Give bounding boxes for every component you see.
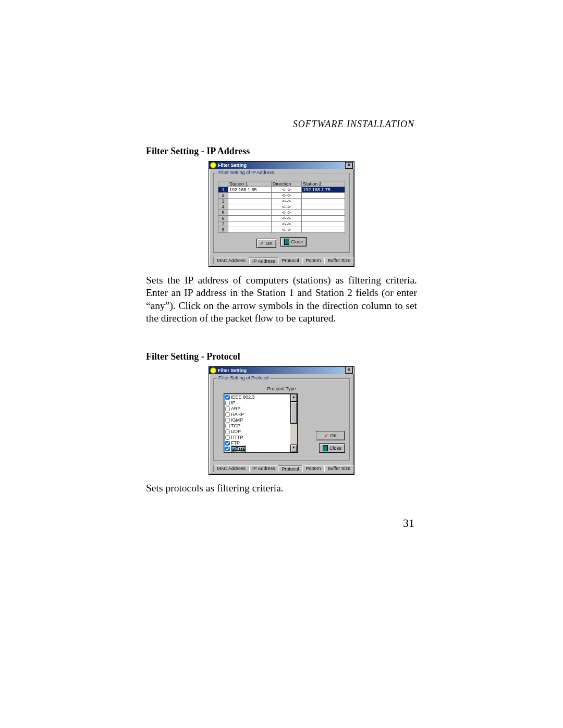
direction-cell[interactable]: <-->: [271, 187, 301, 193]
direction-cell[interactable]: <-->: [271, 210, 301, 216]
list-item[interactable]: SMTP: [225, 446, 297, 452]
station1-cell[interactable]: [228, 193, 272, 199]
tab-protocol[interactable]: Protocol: [278, 465, 302, 473]
protocol-label: FTP: [231, 440, 240, 446]
protocol-checkbox[interactable]: [225, 435, 230, 440]
protocol-label: DNS: [231, 452, 241, 453]
station1-cell[interactable]: [228, 199, 272, 204]
direction-cell[interactable]: <-->: [271, 216, 301, 221]
ip-col-station2: Station 2: [302, 181, 345, 187]
row-number: 8: [218, 227, 228, 233]
scroll-up-icon[interactable]: ▲: [290, 394, 297, 402]
protocol-filter-dialog: Filter Setting ✕ Filter Setting of Proto…: [209, 366, 354, 475]
station2-cell[interactable]: [302, 216, 345, 221]
protocol-checkbox[interactable]: [225, 447, 230, 451]
ip-dialog-titlebar[interactable]: Filter Setting ✕: [209, 162, 354, 169]
list-item[interactable]: RARP: [225, 412, 297, 417]
ip-col-direction: Direction: [271, 181, 301, 187]
protocol-label: IGMP: [231, 417, 243, 423]
tab-mac-address[interactable]: MAC Address: [213, 465, 249, 472]
protocol-label: UDP: [231, 429, 241, 434]
station2-cell[interactable]: [302, 210, 345, 216]
protocol-checkbox[interactable]: [225, 406, 230, 411]
protocol-listbox[interactable]: IEEE 802.3IPARPRARPIGMPTCPUDPHTTPFTPSMTP…: [224, 393, 298, 453]
station2-cell[interactable]: [302, 199, 345, 204]
station1-cell[interactable]: 192.168.1.85: [228, 187, 272, 193]
protocol-checkbox[interactable]: [225, 401, 230, 405]
direction-cell[interactable]: <-->: [271, 199, 301, 204]
table-row[interactable]: 7<-->: [218, 221, 345, 227]
tab-pattern[interactable]: Pattern: [302, 465, 324, 472]
protocol-checkbox[interactable]: [225, 418, 230, 423]
direction-cell[interactable]: <-->: [271, 227, 301, 233]
list-item[interactable]: DNS: [225, 452, 297, 453]
proto-dialog-title: Filter Setting: [218, 368, 247, 373]
proto-ok-button[interactable]: ✓OK: [316, 431, 345, 440]
station2-cell[interactable]: [302, 204, 345, 210]
table-row[interactable]: 4<-->: [218, 204, 345, 210]
table-row[interactable]: 5<-->: [218, 210, 345, 216]
list-item[interactable]: HTTP: [225, 435, 297, 440]
table-row[interactable]: 8<-->: [218, 227, 345, 233]
station2-cell[interactable]: [302, 227, 345, 233]
tab-ip-address[interactable]: IP Address: [249, 257, 278, 265]
station1-cell[interactable]: [228, 227, 272, 233]
close-icon[interactable]: ✕: [345, 367, 353, 374]
proto-dialog-titlebar[interactable]: Filter Setting ✕: [209, 367, 354, 374]
station1-cell[interactable]: [228, 216, 272, 221]
table-row[interactable]: 2<-->: [218, 193, 345, 199]
protocol-checkbox[interactable]: [225, 395, 230, 400]
station2-cell[interactable]: [302, 221, 345, 227]
protocol-checkbox[interactable]: [225, 452, 230, 453]
close-icon[interactable]: ✕: [345, 162, 353, 169]
protocol-checkbox[interactable]: [225, 441, 230, 446]
row-number: 7: [218, 221, 228, 227]
tab-mac-address[interactable]: MAC Address: [213, 257, 249, 264]
proto-close-button[interactable]: Close: [319, 443, 345, 453]
row-number: 1: [218, 187, 228, 193]
protocol-label: SMTP: [231, 446, 246, 452]
station1-cell[interactable]: [228, 210, 272, 216]
ip-group: Filter Setting of IP Address Station 1 D…: [213, 173, 350, 253]
direction-cell[interactable]: <-->: [271, 204, 301, 210]
protocol-checkbox[interactable]: [225, 424, 230, 428]
list-item[interactable]: UDP: [225, 429, 297, 435]
table-row[interactable]: 3<-->: [218, 199, 345, 204]
row-number: 6: [218, 216, 228, 221]
list-item[interactable]: IEEE 802.3: [225, 394, 297, 400]
list-item[interactable]: IP: [225, 400, 297, 406]
scroll-thumb[interactable]: [290, 402, 297, 424]
list-item[interactable]: TCP: [225, 423, 297, 429]
row-number: 3: [218, 199, 228, 204]
ip-close-button[interactable]: Close: [280, 237, 307, 246]
sun-icon: [210, 162, 216, 168]
ip-ok-button[interactable]: ✓OK: [256, 239, 276, 248]
scroll-down-icon[interactable]: ▼: [290, 445, 297, 452]
list-item[interactable]: IGMP: [225, 417, 297, 423]
direction-cell[interactable]: <-->: [271, 193, 301, 199]
station2-cell[interactable]: [302, 193, 345, 199]
list-item[interactable]: ARP: [225, 406, 297, 412]
table-row[interactable]: 1192.168.1.85<-->192.168.1.75: [218, 187, 345, 193]
tab-ip-address[interactable]: IP Address: [249, 465, 278, 472]
station2-cell[interactable]: 192.168.1.75: [302, 187, 345, 193]
ip-dialog-title: Filter Setting: [218, 163, 247, 168]
proto-group-label: Filter Setting of Protocol: [217, 375, 270, 380]
table-row[interactable]: 6<-->: [218, 216, 345, 221]
ip-group-label: Filter Setting of IP Address: [217, 170, 275, 175]
tab-buffer-size[interactable]: Buffer Size: [324, 465, 354, 472]
row-number: 2: [218, 193, 228, 199]
station1-cell[interactable]: [228, 221, 272, 227]
ip-tabs: MAC AddressIP AddressProtocolPatternBuff…: [213, 257, 354, 264]
listbox-scrollbar[interactable]: ▲ ▼: [290, 394, 297, 452]
direction-cell[interactable]: <-->: [271, 221, 301, 227]
protocol-checkbox[interactable]: [225, 412, 230, 417]
protocol-label: IEEE 802.3: [231, 394, 255, 400]
list-item[interactable]: FTP: [225, 440, 297, 446]
protocol-checkbox[interactable]: [225, 429, 230, 434]
tab-pattern[interactable]: Pattern: [302, 257, 324, 264]
station1-cell[interactable]: [228, 204, 272, 210]
tab-protocol[interactable]: Protocol: [278, 257, 302, 264]
sun-icon: [210, 367, 216, 374]
tab-buffer-size[interactable]: Buffer Size: [324, 257, 354, 264]
